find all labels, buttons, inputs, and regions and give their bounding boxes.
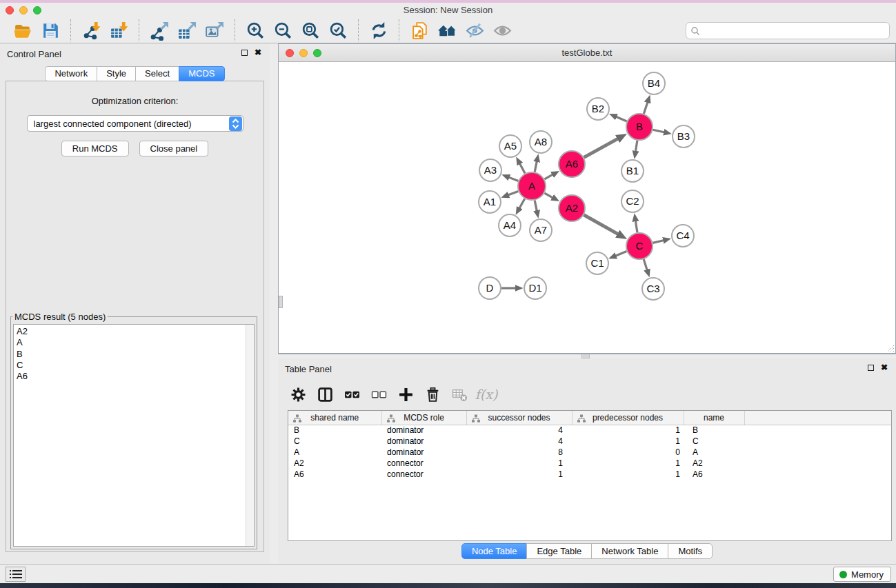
float-panel-icon[interactable] [241, 50, 248, 56]
hide-panels-button[interactable] [462, 19, 487, 41]
show-columns-button[interactable] [315, 384, 335, 405]
export-network-button[interactable] [147, 19, 172, 41]
tab-style[interactable]: Style [97, 66, 136, 81]
add-column-button[interactable] [395, 384, 416, 405]
delete-table-button[interactable] [449, 384, 470, 405]
import-table-button[interactable] [106, 19, 131, 41]
graph-edge-A-A2[interactable] [544, 193, 552, 197]
horizontal-divider[interactable] [278, 354, 896, 358]
column-header-shared-name[interactable]: shared name [288, 411, 381, 425]
close-panel-icon[interactable]: ✖ [255, 48, 261, 57]
tab-network[interactable]: Network [45, 66, 97, 81]
graph-node-A4[interactable]: A4 [499, 214, 521, 236]
column-header-successor-nodes[interactable]: successor nodes [466, 411, 572, 425]
list-item[interactable]: A6 [17, 371, 254, 382]
list-item[interactable]: A [17, 337, 254, 348]
table-row[interactable]: A6connector11A6 [288, 469, 891, 480]
list-item[interactable]: C [17, 360, 254, 371]
list-item[interactable]: B [17, 349, 254, 360]
graph-node-B3[interactable]: B3 [673, 125, 695, 148]
graph-node-B[interactable]: B [626, 114, 653, 140]
graph-edge-C-C1[interactable] [616, 252, 627, 256]
refresh-layout-button[interactable] [366, 19, 391, 41]
graph-edge-B-B4[interactable] [644, 103, 648, 114]
memory-button[interactable]: Memory [833, 567, 891, 582]
select-all-rows-button[interactable] [341, 384, 362, 405]
delete-column-button[interactable] [422, 384, 443, 405]
tab-network-table[interactable]: Network Table [591, 543, 668, 559]
graph-edge-A-A8[interactable] [535, 161, 537, 172]
tab-edge-table[interactable]: Edge Table [526, 543, 592, 559]
zoom-fit-button[interactable] [298, 19, 323, 41]
graph-node-A3[interactable]: A3 [479, 159, 501, 181]
graph-node-B1[interactable]: B1 [621, 160, 644, 182]
graph-edge-A6-B[interactable] [584, 139, 618, 157]
function-builder-button[interactable]: f(x) [476, 384, 497, 405]
close-panel-button[interactable]: Close panel [139, 141, 209, 156]
graph-node-A6[interactable]: A6 [559, 151, 585, 177]
graph-node-D1[interactable]: D1 [524, 277, 546, 299]
float-panel-icon[interactable] [868, 365, 874, 371]
tab-select[interactable]: Select [135, 66, 179, 81]
table-settings-button[interactable] [288, 384, 308, 405]
list-item[interactable]: A2 [17, 326, 254, 337]
deselect-all-rows-button[interactable] [368, 384, 389, 405]
open-file-button[interactable] [10, 19, 35, 41]
graph-node-A7[interactable]: A7 [530, 219, 552, 241]
save-session-button[interactable] [38, 19, 63, 41]
criterion-dropdown[interactable]: largest connected component (directed) [27, 115, 243, 132]
divider-grip-icon[interactable] [279, 296, 283, 308]
search-box[interactable] [686, 22, 890, 39]
zoom-selected-button[interactable] [326, 19, 350, 41]
table-row[interactable]: Bdominator41B [288, 425, 891, 436]
tab-motifs[interactable]: Motifs [668, 543, 713, 559]
graph-edge-C-C3[interactable] [644, 259, 647, 270]
column-header-name[interactable]: name [684, 411, 744, 425]
import-network-button[interactable] [79, 19, 103, 41]
network-canvas[interactable]: B4B2BB3A8A5A6A3B1AC2A1A2A4A7C4CC1C3DD1 [279, 62, 895, 353]
graph-node-B2[interactable]: B2 [587, 98, 609, 120]
graph-edge-B-B2[interactable] [617, 117, 627, 122]
graph-node-B4[interactable]: B4 [643, 72, 665, 94]
table-row[interactable]: Adominator80A [288, 447, 891, 458]
graph-edge-B-B1[interactable] [635, 141, 637, 152]
column-header-predecessor-nodes[interactable]: predecessor nodes [572, 411, 684, 425]
graph-node-D[interactable]: D [479, 277, 501, 299]
graph-edge-B-B3[interactable] [653, 130, 664, 132]
graph-edge-C-C2[interactable] [635, 221, 637, 233]
export-table-button[interactable] [175, 19, 199, 41]
graph-edge-A-A1[interactable] [508, 191, 518, 194]
graph-edge-A-A6[interactable] [544, 174, 552, 179]
graph-node-C2[interactable]: C2 [621, 190, 644, 212]
graph-node-A[interactable]: A [518, 172, 546, 200]
clone-session-button[interactable] [407, 19, 432, 41]
zoom-in-button[interactable] [243, 19, 268, 41]
graph-edge-A-A7[interactable] [535, 201, 537, 211]
run-mcds-button[interactable]: Run MCDS [61, 141, 129, 156]
graph-node-A8[interactable]: A8 [530, 131, 552, 153]
zoom-out-button[interactable] [270, 19, 295, 41]
graph-edge-C-C4[interactable] [653, 241, 663, 243]
show-panels-button[interactable] [490, 19, 515, 41]
table-row[interactable]: Cdominator41C [288, 436, 891, 447]
graph-edge-A-A3[interactable] [509, 177, 518, 181]
table-row[interactable]: A2connector11A2 [288, 458, 891, 469]
graph-node-A1[interactable]: A1 [479, 191, 501, 213]
graph-node-A2[interactable]: A2 [559, 195, 585, 221]
graph-edge-A-A4[interactable] [519, 199, 525, 207]
export-image-button[interactable] [202, 19, 227, 41]
close-panel-icon[interactable]: ✖ [881, 363, 888, 372]
home-button[interactable] [435, 19, 459, 41]
resize-grip-icon[interactable] [885, 343, 895, 352]
tab-node-table[interactable]: Node Table [461, 543, 528, 559]
graph-node-C4[interactable]: C4 [672, 225, 694, 247]
search-input[interactable] [703, 24, 889, 38]
scrollbar-track[interactable] [246, 325, 254, 546]
graph-node-C3[interactable]: C3 [642, 278, 664, 300]
graph-node-C[interactable]: C [626, 233, 653, 259]
graph-edge-A2-C[interactable] [584, 215, 617, 234]
graph-node-A5[interactable]: A5 [499, 135, 521, 157]
graph-node-C1[interactable]: C1 [586, 252, 608, 274]
tab-mcds[interactable]: MCDS [179, 66, 224, 81]
column-header-mcds-role[interactable]: MCDS role [381, 411, 466, 425]
